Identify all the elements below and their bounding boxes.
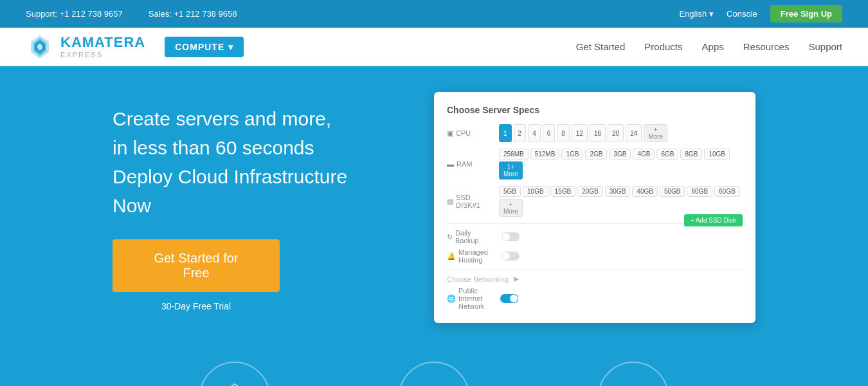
logo-sub: EXPRESS	[60, 51, 145, 59]
cpu-label: ▣ CPU	[447, 129, 495, 138]
networking-arrow-icon: ▶	[514, 275, 519, 283]
cpu-opt-1[interactable]: 1	[499, 124, 512, 142]
logo-text: KAMATERA EXPRESS	[60, 34, 145, 60]
cpu-opt-6[interactable]: 6	[543, 124, 556, 142]
chevron-down-icon: ▾	[228, 42, 233, 52]
nav-resources[interactable]: Resources	[743, 41, 790, 52]
chevron-down-icon: ▾	[709, 9, 714, 19]
managed-hosting-row: 🔔 Managed Hosting	[447, 248, 743, 264]
nav-support[interactable]: Support	[808, 41, 842, 52]
ram-opt-1gb[interactable]: 1GB	[561, 149, 583, 160]
daily-backup-label: ↻ Daily Backup	[447, 229, 495, 244]
compute-dropdown[interactable]: COMPUTE ▾	[165, 37, 244, 57]
free-signup-button[interactable]: Free Sign Up	[770, 5, 842, 23]
ram-options: 256MB 512MB 1GB 2GB 3GB 4GB 6GB 8GB 10GB…	[499, 149, 743, 179]
bottom-icon-1	[219, 381, 251, 386]
ssd-options: 5GB 10GB 15GB 20GB 30GB 40GB 50GB 60GB 6…	[499, 186, 743, 217]
ssd-opt-more[interactable]: +More	[499, 199, 523, 217]
cpu-opt-16[interactable]: 16	[590, 124, 606, 142]
divider	[447, 223, 684, 224]
cpu-opt-2[interactable]: 2	[514, 124, 527, 142]
kamatera-logo-icon	[26, 33, 54, 61]
ssd-opt-50gb[interactable]: 50GB	[660, 186, 685, 197]
navbar: KAMATERA EXPRESS COMPUTE ▾ Get Started P…	[0, 28, 868, 66]
public-internet-row: 🌐 Public Internet Network	[447, 287, 743, 310]
choose-networking-row: Choose Networking ▶	[447, 269, 743, 283]
ram-opt-256mb[interactable]: 256MB	[499, 149, 529, 160]
ram-opt-10gb[interactable]: 10GB	[704, 149, 730, 160]
ssd-opt-15gb[interactable]: 15GB	[550, 186, 576, 197]
nav-apps[interactable]: Apps	[702, 41, 724, 52]
daily-backup-toggle[interactable]	[502, 232, 520, 241]
cpu-row: ▣ CPU 1 2 4 6 8 12 16 20 24 +More	[447, 124, 743, 142]
nav-links: Get Started Products Apps Resources Supp…	[576, 41, 842, 52]
ram-opt-4gb[interactable]: 4GB	[633, 149, 655, 160]
bottom-circle-1	[199, 362, 270, 386]
ssd-opt-40gb[interactable]: 40GB	[632, 186, 658, 197]
ram-opt-512mb[interactable]: 512MB	[530, 149, 560, 160]
ram-opt-6gb[interactable]: 6GB	[656, 149, 678, 160]
nav-products[interactable]: Products	[644, 41, 682, 52]
ssd-opt-60gb-2[interactable]: 60GB	[714, 186, 740, 197]
public-internet-toggle[interactable]	[500, 294, 518, 303]
top-bar-left: Support: +1 212 738 9657 Sales: +1 212 7…	[26, 9, 237, 19]
language-selector[interactable]: English ▾	[679, 9, 714, 19]
cpu-icon: ▣	[447, 129, 453, 138]
bottom-section	[0, 349, 868, 386]
bottom-icon-2	[418, 381, 450, 386]
hero-section: Create servers and more, in less than 60…	[0, 66, 868, 349]
bottom-circle-3	[598, 362, 669, 386]
top-bar-right: English ▾ Console Free Sign Up	[679, 5, 842, 23]
cpu-opt-8[interactable]: 8	[557, 124, 570, 142]
logo-area: KAMATERA EXPRESS	[26, 33, 145, 61]
nav-get-started[interactable]: Get Started	[576, 41, 626, 52]
internet-icon: 🌐	[447, 295, 456, 303]
ssd-opt-5gb[interactable]: 5GB	[499, 186, 521, 197]
bottom-circle-2	[399, 362, 469, 386]
top-bar: Support: +1 212 738 9657 Sales: +1 212 7…	[0, 0, 868, 28]
logo-name: KAMATERA	[60, 34, 145, 51]
console-link[interactable]: Console	[727, 9, 757, 19]
hero-title: Create servers and more, in less than 60…	[113, 104, 383, 220]
hero-text: Create servers and more, in less than 60…	[113, 104, 383, 311]
ram-opt-2gb[interactable]: 2GB	[585, 149, 607, 160]
cpu-options: 1 2 4 6 8 12 16 20 24 +More	[499, 124, 667, 142]
ssd-label: ▤ SSD DISK#1	[447, 194, 495, 209]
ram-icon: ▬	[447, 160, 454, 168]
ram-opt-more[interactable]: 1+More	[499, 161, 523, 179]
cpu-opt-20[interactable]: 20	[608, 124, 624, 142]
ssd-opt-20gb[interactable]: 20GB	[577, 186, 603, 197]
cpu-opt-24[interactable]: 24	[626, 124, 642, 142]
backup-icon: ↻	[447, 233, 453, 241]
cpu-opt-12[interactable]: 12	[572, 124, 588, 142]
sales-contact: Sales: +1 212 738 9658	[149, 9, 237, 19]
ram-opt-3gb[interactable]: 3GB	[609, 149, 631, 160]
cta-button[interactable]: Get Started for Free	[113, 239, 280, 292]
bottom-icon-3	[617, 381, 649, 386]
daily-backup-row: ↻ Daily Backup	[447, 229, 743, 244]
ram-label: ▬ RAM	[447, 160, 495, 168]
ssd-opt-10gb[interactable]: 10GB	[523, 186, 548, 197]
cpu-opt-4[interactable]: 4	[528, 124, 541, 142]
panel-title: Choose Server Specs	[447, 105, 743, 115]
ssd-row: ▤ SSD DISK#1 5GB 10GB 15GB 20GB 30GB 40G…	[447, 186, 743, 217]
ssd-icon: ▤	[447, 198, 453, 206]
ssd-opt-30gb[interactable]: 30GB	[605, 186, 631, 197]
trial-text: 30-Day Free Trial	[113, 301, 280, 311]
public-internet-label: 🌐 Public Internet Network	[447, 287, 495, 310]
managed-hosting-toggle[interactable]	[502, 252, 520, 261]
support-contact: Support: +1 212 738 9657	[26, 9, 123, 19]
ram-row: ▬ RAM 256MB 512MB 1GB 2GB 3GB 4GB 6GB 8G…	[447, 149, 743, 179]
managed-hosting-label: 🔔 Managed Hosting	[447, 248, 495, 264]
cpu-opt-more[interactable]: +More	[644, 124, 667, 142]
ssd-opt-60gb-1[interactable]: 60GB	[687, 186, 712, 197]
hosting-icon: 🔔	[447, 252, 456, 261]
ram-opt-8gb[interactable]: 8GB	[680, 149, 702, 160]
config-panel: Choose Server Specs ▣ CPU 1 2 4 6 8 12 1…	[434, 92, 755, 323]
